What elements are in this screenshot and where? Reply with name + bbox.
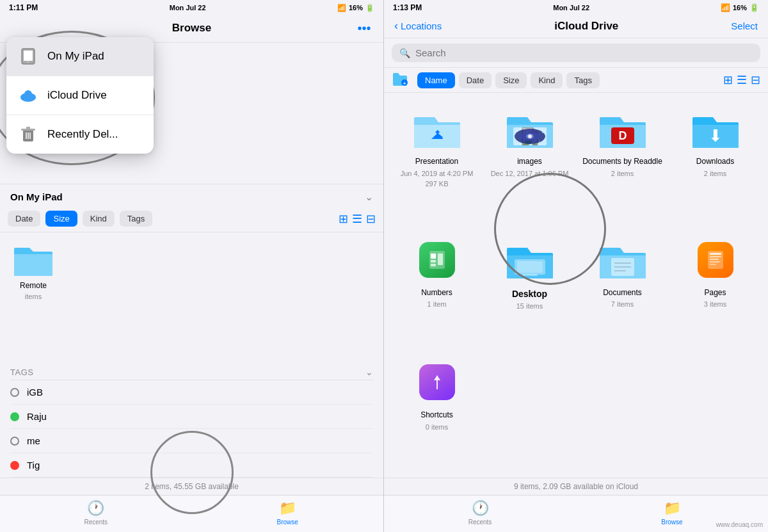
left-folder-meta: items bbox=[25, 293, 42, 300]
icloud-icon bbox=[18, 85, 38, 106]
recents-label: Recents bbox=[84, 519, 108, 526]
tag-tig[interactable]: Tig bbox=[10, 453, 373, 478]
sort-tags-button[interactable]: Tags bbox=[120, 211, 152, 227]
back-button[interactable]: ‹ Locations bbox=[394, 19, 442, 33]
svg-point-25 bbox=[539, 141, 540, 142]
file-desktop[interactable]: Desktop 15 items bbox=[487, 234, 572, 346]
left-status-day: Mon Jul 22 bbox=[170, 4, 206, 12]
right-list-icon[interactable]: ☰ bbox=[737, 73, 747, 87]
left-tab-bar: 🕐 Recents 📁 Browse bbox=[0, 495, 383, 532]
file-documents[interactable]: Documents 7 items bbox=[580, 234, 665, 346]
dropdown-item-on-my-ipad[interactable]: On My iPad bbox=[6, 37, 154, 76]
file-downloads[interactable]: ⬇ Downloads 2 items bbox=[673, 103, 758, 224]
right-view-icons: ⊞ ☰ ⊟ bbox=[723, 73, 760, 87]
more-options-button[interactable]: ••• bbox=[355, 19, 373, 37]
sort-size-button[interactable]: Size bbox=[45, 211, 77, 227]
rsort-kind[interactable]: Kind bbox=[531, 72, 563, 88]
file-numbers[interactable]: Numbers 1 item bbox=[394, 234, 479, 346]
grid-view-icon[interactable]: ⊞ bbox=[339, 212, 348, 226]
file-meta-pages: 3 items bbox=[704, 300, 726, 308]
numbers-icon-wrap bbox=[405, 234, 469, 286]
file-meta-shortcuts: 0 items bbox=[426, 423, 448, 431]
list-view-icon[interactable]: ☰ bbox=[352, 212, 362, 226]
tags-section: Tags ⌄ iGB Raju me Tig bbox=[0, 363, 383, 478]
left-status-bar: 1:11 PM Mon Jul 22 📶 16% 🔋 bbox=[0, 0, 383, 14]
pages-icon-wrap bbox=[684, 234, 748, 286]
left-time: 1:11 PM bbox=[9, 3, 38, 12]
files-grid: ☁ ⬆ Presentation Jun 4, 2019 at 4:20 PM … bbox=[384, 93, 768, 478]
tag-igb[interactable]: iGB bbox=[10, 380, 373, 405]
svg-rect-44 bbox=[710, 259, 719, 260]
dropdown-label-icloud: iCloud Drive bbox=[47, 89, 107, 102]
svg-rect-33 bbox=[438, 254, 443, 265]
sort-kind-button[interactable]: Kind bbox=[83, 211, 115, 227]
left-tab-browse[interactable]: 📁 Browse bbox=[192, 500, 384, 526]
file-images[interactable]: images Dec 12, 2017 at 1:06 PM bbox=[487, 103, 572, 224]
svg-text:D: D bbox=[618, 129, 627, 142]
left-view-icons: ⊞ ☰ ⊟ bbox=[339, 212, 376, 226]
file-meta-downloads: 2 items bbox=[704, 170, 726, 177]
svg-rect-46 bbox=[710, 264, 716, 265]
shortcuts-icon-wrap bbox=[405, 357, 469, 408]
file-name-images: images bbox=[517, 157, 542, 167]
rsort-name[interactable]: Name bbox=[417, 72, 455, 88]
file-name-readdle: Documents by Readdle bbox=[582, 157, 662, 167]
right-browse-folder-icon: 📁 bbox=[664, 500, 681, 517]
search-input[interactable] bbox=[415, 47, 753, 58]
svg-point-24 bbox=[520, 143, 521, 144]
svg-rect-36 bbox=[522, 274, 538, 276]
file-name-numbers: Numbers bbox=[421, 288, 452, 298]
right-grid-icon[interactable]: ⊞ bbox=[723, 73, 733, 87]
tag-raju[interactable]: Raju bbox=[10, 405, 373, 429]
on-myipad-section: On My iPad ⌄ bbox=[0, 184, 383, 206]
svg-text:⬆: ⬆ bbox=[433, 129, 441, 140]
desktop-folder-icon bbox=[498, 234, 562, 286]
rsort-size[interactable]: Size bbox=[495, 72, 527, 88]
new-folder-button[interactable]: + bbox=[392, 72, 408, 88]
left-tab-recents[interactable]: 🕐 Recents bbox=[0, 500, 192, 526]
file-name-presentation: Presentation bbox=[415, 157, 458, 167]
search-icon: 🔍 bbox=[399, 48, 410, 58]
svg-text:⬇: ⬇ bbox=[708, 126, 723, 145]
right-battery: 16% bbox=[733, 4, 747, 12]
readdle-folder-icon: D bbox=[591, 103, 655, 154]
right-column-icon[interactable]: ⊟ bbox=[751, 73, 760, 87]
svg-rect-45 bbox=[710, 261, 720, 262]
back-label: Locations bbox=[401, 20, 442, 31]
left-status-footer: 2 items, 45.55 GB available bbox=[0, 478, 383, 495]
file-pages[interactable]: Pages 3 items bbox=[673, 234, 758, 346]
file-name-downloads: Downloads bbox=[696, 157, 734, 167]
left-header-title: Browse bbox=[28, 22, 355, 35]
left-folder-remote[interactable]: Remote items bbox=[10, 240, 56, 300]
select-button[interactable]: Select bbox=[731, 20, 758, 31]
tag-dot-raju bbox=[10, 412, 19, 421]
file-meta-desktop: 15 items bbox=[516, 302, 543, 310]
tag-me[interactable]: me bbox=[10, 429, 373, 453]
back-chevron-icon: ‹ bbox=[394, 19, 398, 33]
svg-point-21 bbox=[528, 134, 532, 138]
svg-rect-35 bbox=[517, 261, 543, 273]
left-status-icons: 📶 16% 🔋 bbox=[337, 4, 374, 12]
sort-date-button[interactable]: Date bbox=[8, 211, 40, 227]
watermark: www.deuaq.com bbox=[716, 521, 763, 528]
svg-point-2 bbox=[28, 61, 29, 63]
dropdown-label-on-my-ipad: On My iPad bbox=[47, 50, 104, 63]
rsort-date[interactable]: Date bbox=[459, 72, 492, 88]
right-status-day: Mon Jul 22 bbox=[553, 4, 589, 12]
right-recents-icon: 🕐 bbox=[472, 500, 489, 517]
right-browse-label: Browse bbox=[661, 519, 682, 526]
svg-rect-30 bbox=[431, 254, 436, 259]
file-presentation[interactable]: ☁ ⬆ Presentation Jun 4, 2019 at 4:20 PM … bbox=[394, 103, 479, 224]
file-name-shortcuts: Shortcuts bbox=[420, 410, 453, 421]
dropdown-item-icloud-drive[interactable]: iCloud Drive bbox=[6, 76, 154, 115]
right-time: 1:13 PM bbox=[393, 3, 422, 12]
file-shortcuts[interactable]: Shortcuts 0 items bbox=[394, 357, 479, 467]
left-battery-icon: 🔋 bbox=[365, 4, 374, 12]
left-sort-bar: Date Size Kind Tags ⊞ ☰ ⊟ bbox=[0, 206, 383, 232]
column-view-icon[interactable]: ⊟ bbox=[366, 212, 376, 226]
rsort-tags[interactable]: Tags bbox=[566, 72, 599, 88]
tag-label-me: me bbox=[27, 435, 40, 446]
right-tab-recents[interactable]: 🕐 Recents bbox=[384, 500, 576, 526]
dropdown-item-recently-deleted[interactable]: Recently Del... bbox=[6, 115, 154, 154]
file-readdle[interactable]: D Documents by Readdle 2 items bbox=[580, 103, 665, 224]
